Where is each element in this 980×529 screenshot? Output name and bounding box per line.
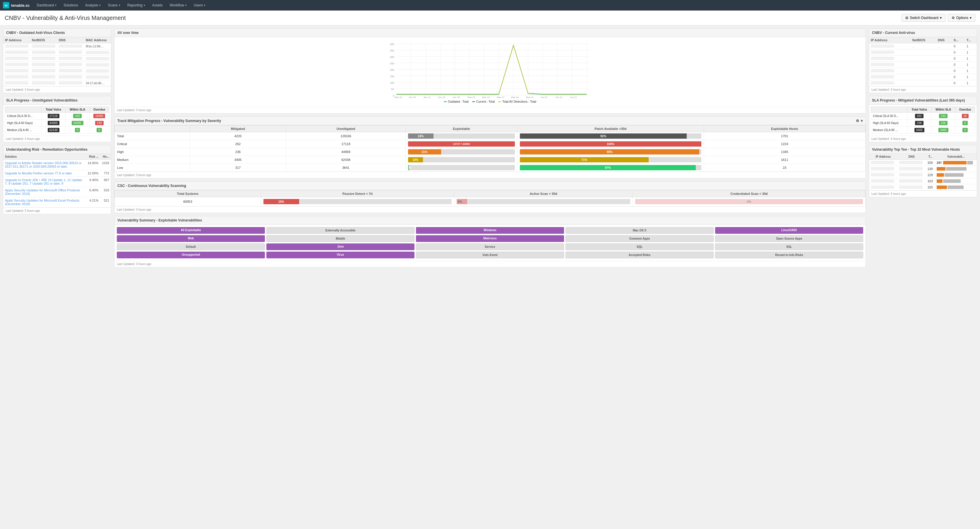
outdated-av-table: IP Address NetBIOS DNS MAC Address f8:bc… xyxy=(3,37,111,86)
track-mit-dropdown-icon[interactable]: ▾ xyxy=(861,119,862,123)
av-chart-container: 0 50 100 150 200 250 300 350 400 xyxy=(115,37,865,107)
svg-text:Jun 07: Jun 07 xyxy=(541,96,548,98)
table-row: 0 1 xyxy=(869,62,977,68)
nav-users[interactable]: Users ▾ xyxy=(191,0,208,11)
nav-scans[interactable]: Scans ▾ xyxy=(105,0,123,11)
col-netbios: NetBIOS xyxy=(30,37,57,43)
svg-text:May 17: May 17 xyxy=(497,96,504,98)
outdated-av-header: CNBV - Outdated Anti-Virus Clients xyxy=(3,29,111,37)
csc-scanning-table: Total Systems Passive Detect < 7d Active… xyxy=(115,190,865,206)
table-row: 0 1 xyxy=(869,49,977,56)
sla-row: Medium (SLA 90 ... 62438 0 0 xyxy=(5,127,109,134)
exploitable-button[interactable]: Mac OS X xyxy=(566,227,714,234)
nav-workflow[interactable]: Workflow ▾ xyxy=(167,0,190,11)
mit-row: Low 317 3641 1% 97% 23 xyxy=(115,164,865,172)
exploitable-button[interactable]: Accepted Risks xyxy=(566,252,714,258)
csc-scanning-body: Total Systems Passive Detect < 7d Active… xyxy=(115,190,865,206)
exploitable-button[interactable]: SQL xyxy=(566,243,714,250)
csc-credentialed: 0% xyxy=(633,197,865,206)
track-mitigation-header: Track Mitigation Progress - Vulnerabilit… xyxy=(115,117,865,125)
track-mitigation-body: Mitigated Unmitigated Exploitable Patch … xyxy=(115,125,865,172)
csc-scanning-footer: Last Updated: 3 hours ago xyxy=(115,206,865,213)
users-arrow-icon: ▾ xyxy=(204,4,205,7)
exploitable-button[interactable]: SSL xyxy=(715,243,863,250)
svg-text:400: 400 xyxy=(390,43,394,46)
mit-row: Medium 3405 62438 14% 71% 1611 xyxy=(115,156,865,164)
sla-unmitigated-card: SLA Progress - Unmitigated Vulnerabiliti… xyxy=(3,96,111,142)
sla-mitigated-table: Total Vulns Within SLA Overdue Critical … xyxy=(871,106,975,134)
svg-text:50: 50 xyxy=(391,88,394,91)
left-column: CNBV - Outdated Anti-Virus Clients IP Ad… xyxy=(3,29,111,267)
nav-solutions[interactable]: Solutions xyxy=(60,0,81,11)
current-av-table: IP Address NetBIOS DNS S... T... ... ...… xyxy=(869,37,977,86)
svg-text:May 24: May 24 xyxy=(511,96,519,98)
vuln-top-ten-table: IP Address DNS T... Vulnerabili... 326 2… xyxy=(869,154,977,191)
svg-text:300: 300 xyxy=(390,56,394,59)
csc-scanning-card: CSC - Continuous Vulnerability Scanning … xyxy=(114,181,866,213)
exploitable-button[interactable]: Java xyxy=(266,243,414,250)
svg-text:May 31: May 31 xyxy=(526,96,534,98)
current-av-card: CNBV - Current Anti-virus IP Address Net… xyxy=(869,29,977,93)
mit-row: Critical 262 17118 13727 / 44969 100% 12… xyxy=(115,140,865,148)
legend-outdated: Outdated - Total xyxy=(444,100,469,103)
exploitable-button[interactable]: Linux/UNIX xyxy=(715,227,863,234)
table-row: 0 1 xyxy=(869,80,977,86)
exploitable-button[interactable]: Externally Accessible xyxy=(266,227,414,234)
legend-total-av: Total AV Detections - Total xyxy=(498,100,536,103)
cur-col-t: T... xyxy=(965,37,977,43)
navbar: sc tenable.sc Dashboard ▾ Solutions Anal… xyxy=(0,0,980,11)
table-row: 0 1 xyxy=(869,68,977,74)
right-column: CNBV - Current Anti-virus IP Address Net… xyxy=(869,29,977,267)
svg-text:200: 200 xyxy=(390,68,394,71)
exploitable-button[interactable]: Open Source Apps xyxy=(715,235,863,242)
list-item: 129 xyxy=(869,172,977,178)
list-item: Apply Security Updates for Microsoft Off… xyxy=(3,187,111,197)
options-button[interactable]: ⚙ Options ▾ xyxy=(948,14,975,22)
exploitable-button[interactable]: Mobile xyxy=(266,235,414,242)
exploitable-button[interactable]: All Exploitable xyxy=(117,227,265,234)
exploitable-button[interactable]: Service xyxy=(416,243,564,250)
sla-unmitigated-body: Total Vulns Within SLA Overdue Critical … xyxy=(3,105,111,135)
exploitable-button[interactable]: Web xyxy=(117,235,265,242)
exploitable-button[interactable]: Recast to Info Risks xyxy=(715,252,863,258)
outdated-av-body: IP Address NetBIOS DNS MAC Address f8:bc… xyxy=(3,37,111,86)
exploitable-button[interactable]: Windows xyxy=(416,227,564,234)
track-mitigation-footer: Last Updated: 3 hours ago xyxy=(115,172,865,178)
list-item: 326 247 xyxy=(869,160,977,166)
logo[interactable]: sc tenable.sc xyxy=(3,2,30,8)
sla-unmitigated-table: Total Vulns Within SLA Overdue Critical … xyxy=(5,106,109,134)
exploitable-button[interactable]: Malicious xyxy=(416,235,564,242)
page-header: CNBV - Vulnerability & Anti-Virus Manage… xyxy=(0,11,980,25)
nav-dashboard[interactable]: Dashboard ▾ xyxy=(34,0,60,11)
mit-row: Total 4220 128166 24% 92% 1701 xyxy=(115,132,865,140)
track-mitigation-table: Mitigated Unmitigated Exploitable Patch … xyxy=(115,125,865,172)
svg-text:100: 100 xyxy=(390,81,394,84)
nav-assets[interactable]: Assets xyxy=(149,0,165,11)
sla-mitigated-card: SLA Progress - Mitigated Vulnerabilities… xyxy=(869,96,977,142)
nav-reporting[interactable]: Reporting ▾ xyxy=(124,0,148,11)
exploitable-vulns-card: Vulnerability Summary - Exploitable Vuln… xyxy=(114,216,866,267)
options-arrow-icon: ▾ xyxy=(970,16,972,20)
csc-row: 60953 19% 6% xyxy=(115,197,865,206)
track-mitigation-card: Track Mitigation Progress - Vulnerabilit… xyxy=(114,116,866,178)
page-title: CNBV - Vulnerability & Anti-Virus Manage… xyxy=(5,14,126,21)
exploitable-button[interactable]: Virus xyxy=(266,252,414,258)
exploitable-button[interactable]: Vuln Event xyxy=(416,252,564,258)
sla-unmitigated-header: SLA Progress - Unmitigated Vulnerabiliti… xyxy=(3,96,111,105)
exploitable-button[interactable]: Unsupported xyxy=(117,252,265,258)
exploitable-button[interactable]: Common Apps xyxy=(566,235,714,242)
nav-analysis[interactable]: Analysis ▾ xyxy=(82,0,104,11)
track-mit-gear-icon[interactable]: ⚙ xyxy=(856,119,859,123)
header-buttons: ⊞ Switch Dashboard ▾ ⚙ Options ▾ xyxy=(902,14,975,22)
legend-current-color xyxy=(472,101,475,102)
col-dns: DNS xyxy=(57,37,84,43)
remediation-header: Understanding Risk - Remediation Opportu… xyxy=(3,145,111,154)
cur-col-dns: DNS xyxy=(936,37,952,43)
grid-icon: ⊞ xyxy=(905,16,908,20)
switch-dashboard-button[interactable]: ⊞ Switch Dashboard ▾ xyxy=(902,14,945,22)
list-item: 155 xyxy=(869,184,977,191)
remediation-card: Understanding Risk - Remediation Opportu… xyxy=(3,145,111,214)
logo-icon: sc xyxy=(3,2,10,8)
reporting-arrow-icon: ▾ xyxy=(144,4,145,7)
exploitable-button[interactable]: Default xyxy=(117,243,265,250)
